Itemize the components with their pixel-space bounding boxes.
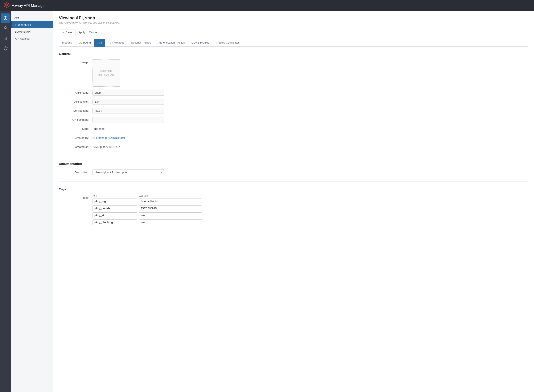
main-layout: API Frontend API Backend API API Catalog… [0,11,534,392]
logo-icon [4,2,10,9]
tab-api-methods[interactable]: API Methods [105,39,128,47]
image-label: Image: [59,59,93,64]
tags-label: Tags: [59,195,93,199]
image-row: Image: Add image Max. Size 1MB [59,59,528,87]
image-upload-text: Add image Max. Size 1MB [98,69,115,77]
description-select[interactable]: Use original API description Custom desc… [93,169,164,175]
tab-trusted-certificates[interactable]: Trusted Certificates [213,39,243,47]
col-header-tag: TAG: [93,195,137,197]
api-name-input[interactable] [93,90,164,96]
page-header: Viewing API, shop The following API is r… [53,11,534,47]
documentation-section-title: Documentation [59,162,528,165]
app-title: Axway API Manager [12,4,46,8]
image-field: Add image Max. Size 1MB [93,59,164,87]
api-summary-label: API summary: [59,117,93,121]
tag-row-1 [93,199,528,204]
svg-rect-4 [6,37,6,40]
api-name-label: API name: [59,90,93,94]
svg-rect-2 [4,39,5,40]
image-upload[interactable]: Add image Max. Size 1MB [93,59,120,87]
api-summary-row: API summary: [59,117,528,123]
tab-api[interactable]: API [94,39,105,47]
sidebar-item-api-catalog[interactable]: API Catalog [11,35,53,42]
page-subtitle: The following API is read-only and canno… [59,21,528,24]
cancel-button[interactable]: Cancel [88,29,98,35]
created-on-value: 23 August 2018, 12:27 [93,144,120,150]
section-divider-2 [59,181,528,182]
col-header-values: VALUES [139,195,528,197]
api-version-input[interactable] [93,99,164,105]
api-name-row: API name: [59,90,528,96]
created-by-value[interactable]: API Manager Administrator [93,135,125,141]
tag-name-3[interactable] [93,212,137,218]
tag-row-2 [93,205,528,211]
sidebar-icon-settings[interactable] [1,44,10,53]
tag-row-4 [93,219,528,225]
svg-point-1 [5,18,6,19]
tag-name-4[interactable] [93,219,137,225]
left-nav: API Frontend API Backend API API Catalog [11,11,53,392]
save-icon: ↩ [62,31,65,34]
service-type-input[interactable] [93,108,164,114]
app-logo: Axway API Manager [4,2,46,9]
action-bar: ↩ Save Apply Cancel [59,27,528,38]
state-label: State: [59,126,93,130]
api-version-row: API version: [59,99,528,105]
description-label: Description: [59,169,93,174]
api-version-label: API version: [59,99,93,103]
page-title: Viewing API, shop [59,16,528,20]
api-summary-input[interactable] [93,117,164,123]
created-on-label: Created on: [59,144,93,149]
tag-row-3 [93,212,528,218]
sidebar-icon-analytics[interactable] [1,34,10,43]
created-by-row: Created By: API Manager Administrator [59,135,528,141]
sidebar-item-backend-api[interactable]: Backend API [11,28,53,35]
tab-security-profiles[interactable]: Security Profiles [128,39,154,47]
sidebar-icon-api[interactable] [1,14,10,23]
tab-authentication-profiles[interactable]: Authentication Profiles [154,39,188,47]
save-button[interactable]: ↩ Save [59,29,75,35]
left-nav-section-title: API [11,15,53,21]
tag-name-1[interactable] [93,199,137,204]
section-divider-1 [59,156,528,156]
topbar: Axway API Manager [0,0,534,11]
description-select-wrapper: Use original API description Custom desc… [93,169,164,175]
state-value: Published [93,126,104,132]
tags-section-title: Tags [59,187,528,191]
description-row: Description: Use original API descriptio… [59,169,528,175]
svg-rect-3 [5,38,5,40]
service-type-row: Service type: [59,108,528,114]
state-row: State: Published [59,126,528,132]
tags-col-headers: TAG: VALUES [93,195,528,197]
service-type-field [93,108,164,114]
service-type-label: Service type: [59,108,93,112]
tabs: Inbound Outbound API API Methods Securit… [59,39,528,47]
svg-rect-5 [7,38,7,40]
tag-value-2[interactable] [139,205,202,211]
tag-name-2[interactable] [93,205,137,211]
apply-button[interactable]: Apply [78,29,86,35]
general-section-title: General [59,52,528,56]
sidebar-icon-users[interactable] [1,23,10,33]
tags-row: Tags: TAG: VALUES [59,195,528,226]
sidebar-item-frontend-api[interactable]: Frontend API [11,21,53,28]
created-on-row: Created on: 23 August 2018, 12:27 [59,144,528,150]
tab-cors-profiles[interactable]: CORS Profiles [188,39,213,47]
description-field: Use original API description Custom desc… [93,169,164,175]
page-body: General Image: Add image Max. Size 1MB A… [53,47,534,392]
created-by-label: Created By: [59,135,93,140]
api-version-field [93,99,164,105]
api-summary-field [93,117,164,123]
sidebar [0,11,11,392]
tag-value-4[interactable] [139,219,202,225]
tag-value-3[interactable] [139,212,202,218]
tags-field: TAG: VALUES [93,195,528,226]
tab-outbound[interactable]: Outbound [75,39,94,47]
tab-inbound[interactable]: Inbound [59,39,75,47]
content-area: Viewing API, shop The following API is r… [53,11,534,392]
tag-value-1[interactable] [139,199,202,204]
api-name-field [93,90,164,96]
